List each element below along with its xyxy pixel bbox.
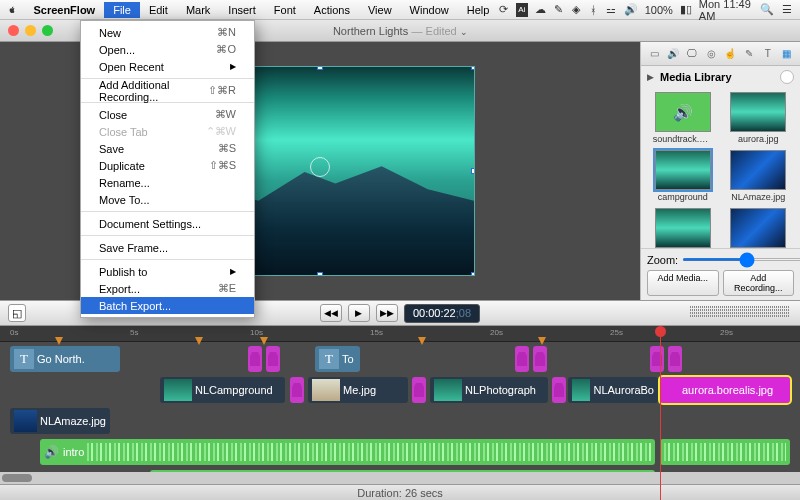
zoom-slider[interactable] [682, 258, 800, 261]
image-clip[interactable]: NLAuroraBo [568, 377, 658, 403]
action-clip[interactable] [515, 346, 529, 372]
action-clip[interactable] [248, 346, 262, 372]
add-recording-button[interactable]: Add Recording... [723, 270, 795, 296]
notifications-icon[interactable]: ☰ [781, 3, 792, 17]
clock[interactable]: Mon 11:49 AM [699, 0, 753, 22]
menu-edit[interactable]: Edit [140, 2, 177, 18]
menu-item-document-settings-[interactable]: Document Settings... [81, 215, 254, 232]
media-item[interactable]: campground [647, 150, 719, 202]
audio-clip[interactable] [660, 439, 790, 465]
menu-item-batch-export-[interactable]: Batch Export... [81, 297, 254, 314]
track[interactable]: 🔊intro [0, 437, 800, 467]
timeline[interactable]: 0s 5s 10s 15s 20s 25s 29s TGo North. TTo… [0, 326, 800, 500]
menu-item-open-[interactable]: Open...⌘O [81, 41, 254, 58]
resize-handle-se[interactable] [471, 272, 475, 276]
rotation-handle[interactable] [310, 157, 330, 177]
forward-button[interactable]: ▶▶ [376, 304, 398, 322]
sync-icon[interactable]: ⟳ [498, 3, 509, 17]
menu-item-add-additional-recording-[interactable]: Add Additional Recording...⇧⌘R [81, 82, 254, 99]
dropbox-icon[interactable]: ◈ [570, 3, 581, 17]
image-clip[interactable]: NLAmaze.jpg [10, 408, 110, 434]
callout-tab[interactable]: ◎ [703, 46, 719, 62]
touch-tab[interactable]: ☝ [722, 46, 738, 62]
apple-icon[interactable] [8, 3, 16, 17]
action-clip[interactable] [412, 377, 426, 403]
cloud-icon[interactable]: ☁ [535, 3, 546, 17]
menu-help[interactable]: Help [458, 2, 499, 18]
media-item[interactable] [723, 208, 795, 248]
playhead[interactable] [660, 326, 661, 500]
volume-icon[interactable]: 🔊 [624, 3, 638, 17]
screen-properties-tab[interactable]: 🖵 [684, 46, 700, 62]
resize-handle-s[interactable] [317, 272, 323, 276]
image-clip[interactable]: NLCampground [160, 377, 285, 403]
menu-view[interactable]: View [359, 2, 401, 18]
menu-item-save[interactable]: Save⌘S [81, 140, 254, 157]
add-media-button[interactable]: Add Media... [647, 270, 719, 296]
adobe-icon[interactable]: Ai [516, 3, 528, 17]
horizontal-scrollbar[interactable] [0, 472, 800, 484]
media-item[interactable]: 🔊soundtrack.mp3 [647, 92, 719, 144]
crop-tool-button[interactable]: ◱ [8, 304, 26, 322]
timeline-minimap[interactable] [690, 306, 790, 320]
zoom-window-button[interactable] [42, 25, 53, 36]
image-clip[interactable]: NLPhotograph [430, 377, 548, 403]
action-clip[interactable] [290, 377, 304, 403]
audio-clip[interactable]: 🔊intro [40, 439, 655, 465]
wifi-icon[interactable]: ⚍ [606, 3, 617, 17]
timeline-ruler[interactable]: 0s 5s 10s 15s 20s 25s 29s [0, 326, 800, 342]
minimize-window-button[interactable] [25, 25, 36, 36]
close-window-button[interactable] [8, 25, 19, 36]
menu-window[interactable]: Window [401, 2, 458, 18]
action-clip[interactable] [668, 346, 682, 372]
spotlight-icon[interactable]: 🔍 [760, 3, 774, 17]
annotations-tab[interactable]: ✎ [741, 46, 757, 62]
menu-item-move-to-[interactable]: Move To... [81, 191, 254, 208]
menu-app[interactable]: ScreenFlow [24, 2, 104, 18]
track[interactable]: NLCampground Me.jpg NLPhotograph NLAuror… [0, 375, 800, 405]
menu-file[interactable]: File [104, 2, 140, 18]
rewind-button[interactable]: ◀◀ [320, 304, 342, 322]
action-clip[interactable] [552, 377, 566, 403]
menu-item-new[interactable]: New⌘N [81, 24, 254, 41]
timecode-display[interactable]: 00:00:22;08 [404, 304, 480, 323]
battery-icon[interactable]: ▮▯ [680, 3, 692, 17]
media-library-tab[interactable]: ▦ [779, 46, 795, 62]
battery-percent[interactable]: 100% [645, 4, 673, 16]
bluetooth-icon[interactable]: ᚼ [588, 3, 599, 17]
media-item[interactable] [647, 208, 719, 248]
search-field[interactable] [780, 70, 794, 84]
menu-item-save-frame-[interactable]: Save Frame... [81, 239, 254, 256]
audio-properties-tab[interactable]: 🔊 [665, 46, 681, 62]
evernote-icon[interactable]: ✎ [553, 3, 564, 17]
menu-item-duplicate[interactable]: Duplicate⇧⌘S [81, 157, 254, 174]
text-clip[interactable]: TTo [315, 346, 360, 372]
disclosure-triangle-icon[interactable]: ▶ [647, 72, 654, 82]
media-item[interactable]: NLAmaze.jpg [723, 150, 795, 202]
menu-item-export-[interactable]: Export...⌘E [81, 280, 254, 297]
menu-insert[interactable]: Insert [219, 2, 265, 18]
menu-item-open-recent[interactable]: Open Recent [81, 58, 254, 75]
action-clip[interactable] [533, 346, 547, 372]
text-clip[interactable]: TGo North. [10, 346, 120, 372]
menu-item-rename-[interactable]: Rename... [81, 174, 254, 191]
resize-handle-e[interactable] [471, 168, 475, 174]
resize-handle-n[interactable] [317, 66, 323, 70]
menu-font[interactable]: Font [265, 2, 305, 18]
track[interactable]: NLAmaze.jpg [0, 406, 800, 436]
video-properties-tab[interactable]: ▭ [646, 46, 662, 62]
scrollbar-thumb[interactable] [2, 474, 32, 482]
image-clip[interactable]: Me.jpg [308, 377, 408, 403]
menu-item-close[interactable]: Close⌘W [81, 106, 254, 123]
image-clip-selected[interactable]: aurora.borealis.jpg [660, 377, 790, 403]
action-clip[interactable] [266, 346, 280, 372]
menu-actions[interactable]: Actions [305, 2, 359, 18]
menu-item-publish-to[interactable]: Publish to [81, 263, 254, 280]
play-button[interactable]: ▶ [348, 304, 370, 322]
menu-mark[interactable]: Mark [177, 2, 219, 18]
resize-handle-ne[interactable] [471, 66, 475, 70]
action-clip[interactable] [650, 346, 664, 372]
track[interactable]: TGo North. TTo [0, 344, 800, 374]
text-tab[interactable]: T [760, 46, 776, 62]
media-item[interactable]: aurora.jpg [723, 92, 795, 144]
